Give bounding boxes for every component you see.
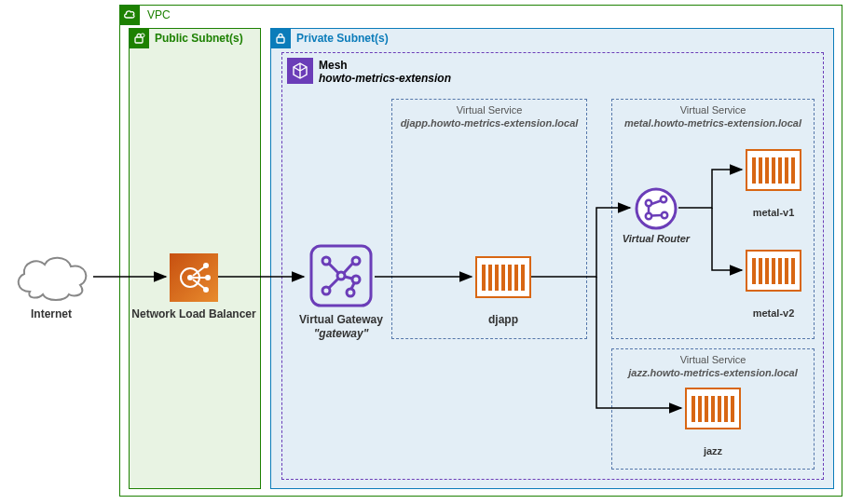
- metal-v2-label: metal-v2: [699, 307, 848, 319]
- svg-point-16: [322, 287, 330, 294]
- vs-djapp-title: Virtual Service: [391, 104, 587, 116]
- svg-rect-0: [135, 37, 143, 43]
- svg-point-23: [637, 189, 676, 228]
- nlb-label: Network Load Balancer: [119, 307, 268, 320]
- svg-line-19: [344, 263, 353, 273]
- svg-point-9: [203, 287, 209, 293]
- private-subnet-label: Private Subnet(s): [296, 32, 389, 45]
- public-subnet-label: Public Subnet(s): [155, 32, 243, 45]
- svg-line-21: [329, 279, 338, 288]
- svg-point-1: [141, 34, 144, 37]
- internet-cloud-icon: [9, 250, 93, 304]
- metal-v2-container-icon: [746, 250, 801, 292]
- mesh-subtitle: howto-metrics-extension: [319, 72, 451, 85]
- vs-djapp-group: [391, 99, 587, 339]
- svg-point-14: [337, 272, 345, 279]
- mesh-title: Mesh: [319, 59, 348, 72]
- virtual-router-icon: [634, 186, 678, 231]
- virtual-gateway-icon: [308, 242, 375, 309]
- public-subnet-badge-icon: [129, 28, 149, 48]
- djapp-label: djapp: [429, 313, 578, 326]
- svg-line-30: [651, 215, 662, 216]
- metal-v1-container-icon: [746, 149, 801, 191]
- vs-jazz-title: Virtual Service: [611, 354, 815, 365]
- svg-rect-10: [277, 37, 284, 43]
- vs-metal-subtitle: metal.howto-metrics-extension.local: [611, 117, 815, 129]
- metal-v1-label: metal-v1: [699, 207, 848, 218]
- svg-point-12: [322, 257, 330, 265]
- vpc-label: VPC: [147, 8, 171, 21]
- svg-point-17: [347, 289, 354, 296]
- svg-point-8: [205, 275, 211, 280]
- vs-jazz-subtitle: jazz.howto-metrics-extension.local: [611, 367, 815, 378]
- svg-point-15: [352, 276, 360, 283]
- jazz-container-icon: [685, 388, 741, 429]
- virtual-router-label: Virtual Router: [582, 233, 731, 244]
- svg-line-22: [351, 283, 354, 289]
- private-subnet-badge-icon: [270, 28, 291, 48]
- svg-point-7: [203, 263, 209, 268]
- jazz-label: jazz: [638, 445, 787, 456]
- mesh-badge-icon: [287, 58, 313, 84]
- svg-point-3: [187, 275, 193, 280]
- nlb-icon: [170, 253, 218, 302]
- vs-metal-title: Virtual Service: [611, 104, 815, 116]
- svg-line-18: [329, 264, 338, 273]
- vs-djapp-subtitle: djapp.howto-metrics-extension.local: [391, 117, 587, 129]
- djapp-container-icon: [475, 256, 531, 298]
- internet-label: Internet: [0, 307, 126, 320]
- svg-line-20: [345, 277, 352, 279]
- vpc-badge-icon: [119, 5, 140, 25]
- svg-rect-11: [311, 246, 371, 306]
